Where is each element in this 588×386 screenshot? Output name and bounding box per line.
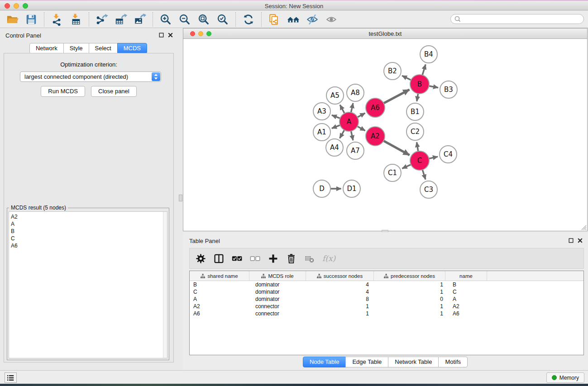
select-all-icon[interactable] [232, 253, 242, 264]
column-header-successor-nodes[interactable]: successor nodes [306, 271, 374, 281]
column-header-mcds-role[interactable]: MCDS role [249, 271, 306, 281]
resize-grip-icon[interactable] [581, 224, 587, 230]
node-A[interactable]: A [339, 112, 359, 131]
tab-edge-table[interactable]: Edge Table [345, 357, 388, 367]
add-icon[interactable] [268, 253, 278, 264]
table-row[interactable]: Bdominator41B [190, 281, 583, 288]
function-builder-icon[interactable]: f(x) [322, 254, 335, 263]
column-header-shared-name[interactable]: shared name [190, 271, 249, 281]
table-cell[interactable]: C [445, 289, 487, 295]
column-header-predecessor-nodes[interactable]: predecessor nodes [374, 271, 445, 281]
table-cell[interactable]: 1 [374, 303, 445, 310]
node-D1[interactable]: D1 [343, 180, 360, 197]
table-row[interactable]: Cdominator41C [190, 288, 583, 295]
export-network-button[interactable] [95, 12, 109, 27]
network-view-window[interactable]: testGlobe.txt AA1A2A3A4A5A6A7A8BB1B2B3B4… [183, 28, 588, 231]
node-table[interactable]: shared nameMCDS rolesuccessor nodesprede… [189, 271, 584, 355]
zoom-in-button[interactable] [158, 12, 173, 27]
result-scrollbar[interactable] [163, 212, 167, 358]
node-B2[interactable]: B2 [384, 62, 401, 80]
table-cell[interactable]: connector [249, 303, 306, 310]
table-cell[interactable]: dominator [249, 281, 306, 288]
import-network-button[interactable] [50, 12, 64, 27]
table-cell[interactable]: 1 [374, 289, 445, 295]
tab-network-table[interactable]: Network Table [388, 357, 439, 367]
import-table-button[interactable] [69, 12, 83, 27]
table-cell[interactable]: A6 [445, 310, 487, 317]
dropdown-stepper-icon[interactable] [152, 72, 160, 81]
search-field[interactable] [450, 14, 584, 24]
table-cell[interactable]: 1 [306, 310, 374, 317]
node-A6[interactable]: A6 [366, 98, 385, 117]
table-cell[interactable]: C [190, 289, 249, 295]
table-cell[interactable]: 4 [306, 281, 374, 288]
criterion-dropdown[interactable]: largest connected component (directed) [20, 71, 161, 82]
table-cell[interactable]: A [445, 296, 487, 302]
table-cell[interactable]: A2 [445, 303, 487, 310]
float-panel-icon[interactable] [159, 33, 164, 38]
node-C2[interactable]: C2 [406, 123, 424, 140]
zoom-selected-button[interactable] [215, 12, 230, 27]
table-cell[interactable]: dominator [249, 289, 306, 295]
task-history-button[interactable] [5, 372, 17, 383]
table-row[interactable]: Adominator80A [190, 295, 583, 303]
close-panel-button[interactable]: Close panel [91, 86, 137, 97]
tab-node-table[interactable]: Node Table [303, 357, 346, 367]
node-B4[interactable]: B4 [420, 46, 437, 63]
save-session-button[interactable] [24, 12, 38, 27]
table-cell[interactable]: 0 [374, 296, 445, 302]
vertical-splitter-handle[interactable] [179, 195, 182, 201]
hide-details-button[interactable] [305, 12, 320, 27]
result-item[interactable]: A2 [11, 213, 167, 220]
run-mcds-button[interactable]: Run MCDS [41, 86, 85, 97]
deselect-all-icon[interactable] [250, 253, 260, 264]
table-cell[interactable]: 1 [306, 303, 374, 310]
table-row[interactable]: A2connector11A2 [190, 303, 583, 310]
tab-motifs[interactable]: Motifs [438, 357, 468, 367]
zoom-out-button[interactable] [177, 12, 192, 27]
home-button[interactable] [286, 12, 301, 27]
tab-network[interactable]: Network [29, 43, 64, 54]
node-C3[interactable]: C3 [420, 181, 437, 198]
node-A7[interactable]: A7 [347, 142, 364, 159]
mcds-result-list[interactable]: A2ABCA6 [9, 211, 167, 358]
refresh-button[interactable] [241, 12, 256, 27]
node-C[interactable]: C [410, 151, 429, 170]
table-cell[interactable]: A2 [190, 303, 249, 310]
table-cell[interactable]: 8 [306, 296, 374, 302]
open-session-button[interactable] [5, 12, 19, 27]
node-C1[interactable]: C1 [384, 164, 401, 181]
table-cell[interactable]: 1 [374, 310, 445, 317]
table-row[interactable]: A6connector11A6 [190, 310, 583, 317]
node-A1[interactable]: A1 [313, 124, 330, 141]
network-file-button[interactable] [267, 12, 282, 27]
table-cell[interactable]: A [190, 296, 249, 302]
table-cell[interactable]: 1 [374, 281, 445, 288]
show-details-button[interactable] [324, 12, 339, 27]
result-item[interactable]: A6 [11, 242, 167, 249]
table-cell[interactable]: 4 [306, 289, 374, 295]
node-B[interactable]: B [410, 75, 429, 94]
export-table-button[interactable] [114, 12, 128, 27]
network-window-titlebar[interactable]: testGlobe.txt [183, 29, 587, 39]
node-A8[interactable]: A8 [347, 84, 364, 101]
table-cell[interactable]: B [445, 281, 487, 288]
network-canvas[interactable]: AA1A2A3A4A5A6A7A8BB1B2B3B4CC1C2C3C4DD1 [183, 39, 587, 231]
node-A4[interactable]: A4 [326, 139, 343, 156]
zoom-fit-button[interactable] [196, 12, 211, 27]
column-header-name[interactable]: name [445, 271, 487, 281]
search-input[interactable] [461, 15, 583, 23]
export-image-button[interactable] [133, 12, 147, 27]
table-cell[interactable]: dominator [249, 296, 306, 302]
result-item[interactable]: C [11, 235, 167, 242]
node-C4[interactable]: C4 [440, 146, 457, 163]
column-visibility-icon[interactable] [214, 253, 224, 264]
tab-style[interactable]: Style [63, 43, 89, 54]
tab-select[interactable]: Select [89, 43, 118, 54]
table-options-gear-icon[interactable] [196, 253, 206, 264]
result-item[interactable]: B [11, 228, 167, 235]
node-D[interactable]: D [313, 180, 330, 197]
node-A3[interactable]: A3 [313, 103, 330, 120]
node-B1[interactable]: B1 [406, 103, 424, 120]
memory-button[interactable]: Memory [546, 372, 584, 383]
